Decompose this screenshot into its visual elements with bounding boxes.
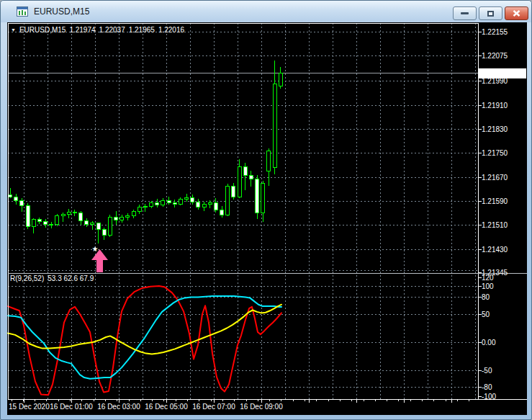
price-axis-label: 1.21910 xyxy=(482,102,508,110)
candle-body xyxy=(226,187,230,215)
candle-body xyxy=(32,220,35,227)
price-axis-label: 1.21670 xyxy=(482,174,508,182)
low-value: 1.21965 xyxy=(129,26,155,34)
indicator-header: R(9,26,52) 53.3 62.6 67.9 xyxy=(10,274,94,282)
candle-body xyxy=(279,73,282,86)
price-axis-label: 1.21830 xyxy=(482,125,508,133)
symbol-label: EURUSD,M15 xyxy=(19,26,66,34)
candle-body xyxy=(220,210,224,215)
candle-body xyxy=(96,223,100,229)
candle-body xyxy=(14,197,18,200)
window-icon xyxy=(17,6,28,17)
candle-body xyxy=(256,179,259,213)
minimize-button[interactable] xyxy=(453,6,477,20)
candle-body xyxy=(185,197,189,200)
candle-body xyxy=(61,215,65,215)
price-axis-label: 1.21590 xyxy=(482,197,508,205)
time-axis-label: 16 Dec 01:00 xyxy=(50,403,93,411)
candle-body xyxy=(232,187,235,197)
candle-body xyxy=(20,201,24,206)
indicator-scale-label: -80 xyxy=(482,383,492,391)
indicator-scale-label: -50 xyxy=(482,367,492,375)
candle-body xyxy=(132,212,135,216)
candle-body xyxy=(126,215,130,217)
indicator-scale-label: 80 xyxy=(482,293,490,301)
candle-body xyxy=(161,200,165,205)
close-button[interactable] xyxy=(505,6,528,20)
candle-body xyxy=(214,202,217,210)
price-axis-label: 1.22075 xyxy=(482,52,508,60)
time-axis-label: 16 Dec 09:00 xyxy=(240,403,283,411)
price-axis-label: 1.21430 xyxy=(482,246,508,254)
close-value: 1.22016 xyxy=(158,26,184,34)
candle-body xyxy=(150,203,153,207)
application-window: EURUSD,M15 ★1.221551.220751.219901.21910… xyxy=(0,0,532,420)
candle-body xyxy=(179,200,182,205)
candle-body xyxy=(208,202,212,205)
indicator-scale-label: 100 xyxy=(482,282,494,290)
candle-body xyxy=(267,151,271,171)
candle-body xyxy=(143,206,147,207)
candle-body xyxy=(202,205,206,207)
candle-body xyxy=(9,195,12,197)
candle-body xyxy=(191,197,194,202)
window-controls xyxy=(453,6,528,20)
buy-star-icon: ★ xyxy=(92,245,99,253)
symbol-dropdown-icon[interactable]: ▼ xyxy=(11,26,16,34)
open-value: 1.21974 xyxy=(69,26,95,34)
minimize-icon xyxy=(461,12,469,14)
close-icon xyxy=(513,10,520,17)
candle-body xyxy=(167,200,171,202)
indicator-scale-label: -100 xyxy=(482,393,496,401)
current-price-label: 1.22016 xyxy=(481,70,508,78)
candle-body xyxy=(261,183,265,213)
price-axis-label: 1.21510 xyxy=(482,221,508,229)
candle-body xyxy=(120,218,124,220)
title-bar[interactable]: EURUSD,M15 xyxy=(1,1,531,22)
candle-body xyxy=(50,225,53,225)
indicator-values: 53.3 62.6 67.9 xyxy=(48,274,94,282)
price-axis-label: 1.21750 xyxy=(482,149,508,157)
candle-body xyxy=(37,220,41,222)
candle-body xyxy=(73,212,76,213)
price-axis-label: 1.22155 xyxy=(482,28,508,36)
candle-body xyxy=(108,217,112,235)
indicator-name: R(9,26,52) xyxy=(10,274,44,282)
time-axis-label: 16 Dec 07:00 xyxy=(192,403,235,411)
indicator-scale-label: 50 xyxy=(482,310,490,318)
ohlc-header: ▼ EURUSD,M15 1.21974 1.22037 1.21965 1.2… xyxy=(11,26,184,34)
candle-body xyxy=(114,217,118,220)
candle-body xyxy=(91,223,94,224)
time-axis-label: 16 Dec 05:00 xyxy=(145,403,188,411)
indicator-scale-label: 120 xyxy=(482,274,494,282)
restore-button[interactable] xyxy=(479,6,502,20)
candle-body xyxy=(79,213,83,220)
candle-body xyxy=(26,206,30,227)
candle-body xyxy=(137,207,141,211)
candle-body xyxy=(67,212,71,215)
candle-body xyxy=(173,202,176,204)
candle-body xyxy=(44,222,48,225)
candle-body xyxy=(238,166,241,197)
candle-body xyxy=(273,84,276,168)
time-axis-label: 16 Dec 03:00 xyxy=(97,403,140,411)
candle-body xyxy=(243,166,247,175)
candle-body xyxy=(249,175,253,179)
candle-body xyxy=(102,229,106,235)
restore-icon xyxy=(487,11,494,17)
candle-body xyxy=(197,202,200,207)
candle-body xyxy=(155,203,159,205)
time-axis-label: 15 Dec 2020 xyxy=(9,403,50,411)
window-title: EURUSD,M15 xyxy=(34,6,89,17)
high-value: 1.22037 xyxy=(99,26,125,34)
chart-client-area: ★1.221551.220751.219901.219101.218301.21… xyxy=(7,22,527,415)
candle-body xyxy=(85,220,89,224)
indicator-scale-label: 0.00 xyxy=(482,339,496,347)
candle-body xyxy=(55,215,59,225)
chart-canvas[interactable]: ★1.221551.220751.219901.219101.218301.21… xyxy=(7,22,527,415)
